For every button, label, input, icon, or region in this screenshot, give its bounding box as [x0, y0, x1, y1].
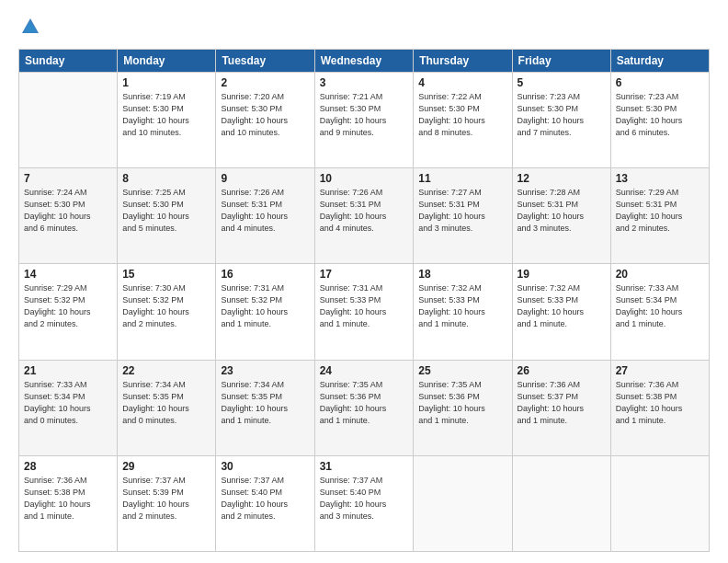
- day-number: 12: [518, 172, 606, 185]
- calendar-week-5: 28Sunrise: 7:36 AM Sunset: 5:38 PM Dayli…: [19, 455, 710, 551]
- day-number: 11: [418, 172, 506, 185]
- day-number: 5: [518, 76, 606, 89]
- day-info: Sunrise: 7:37 AM Sunset: 5:40 PM Dayligh…: [320, 475, 409, 523]
- day-info: Sunrise: 7:32 AM Sunset: 5:33 PM Dayligh…: [518, 282, 606, 330]
- day-info: Sunrise: 7:34 AM Sunset: 5:35 PM Dayligh…: [221, 379, 309, 427]
- day-info: Sunrise: 7:33 AM Sunset: 5:34 PM Dayligh…: [616, 282, 704, 330]
- day-number: 13: [616, 172, 704, 185]
- day-info: Sunrise: 7:27 AM Sunset: 5:31 PM Dayligh…: [418, 187, 506, 235]
- day-info: Sunrise: 7:21 AM Sunset: 5:30 PM Dayligh…: [320, 91, 409, 139]
- calendar-cell: [414, 455, 512, 551]
- day-number: 8: [122, 172, 210, 185]
- calendar-cell: 21Sunrise: 7:33 AM Sunset: 5:34 PM Dayli…: [19, 360, 118, 455]
- calendar-cell: 5Sunrise: 7:23 AM Sunset: 5:30 PM Daylig…: [512, 72, 610, 167]
- day-number: 7: [24, 172, 112, 185]
- calendar-week-2: 7Sunrise: 7:24 AM Sunset: 5:30 PM Daylig…: [19, 168, 710, 264]
- day-info: Sunrise: 7:35 AM Sunset: 5:36 PM Dayligh…: [320, 379, 409, 427]
- calendar-cell: 20Sunrise: 7:33 AM Sunset: 5:34 PM Dayli…: [610, 264, 709, 360]
- day-info: Sunrise: 7:35 AM Sunset: 5:36 PM Dayligh…: [418, 379, 506, 427]
- day-number: 19: [518, 268, 606, 281]
- day-info: Sunrise: 7:25 AM Sunset: 5:30 PM Dayligh…: [122, 187, 210, 235]
- day-info: Sunrise: 7:28 AM Sunset: 5:31 PM Dayligh…: [518, 187, 606, 235]
- calendar-cell: 18Sunrise: 7:32 AM Sunset: 5:33 PM Dayli…: [414, 264, 512, 360]
- calendar-cell: 6Sunrise: 7:23 AM Sunset: 5:30 PM Daylig…: [610, 72, 709, 167]
- calendar-cell: 23Sunrise: 7:34 AM Sunset: 5:35 PM Dayli…: [216, 360, 314, 455]
- calendar-cell: [19, 72, 118, 167]
- logo-icon: [20, 17, 40, 37]
- day-number: 2: [221, 76, 309, 89]
- day-info: Sunrise: 7:23 AM Sunset: 5:30 PM Dayligh…: [518, 91, 606, 139]
- calendar-cell: 16Sunrise: 7:31 AM Sunset: 5:32 PM Dayli…: [216, 264, 314, 360]
- day-number: 24: [320, 364, 409, 377]
- day-info: Sunrise: 7:29 AM Sunset: 5:32 PM Dayligh…: [24, 282, 112, 330]
- calendar-cell: 4Sunrise: 7:22 AM Sunset: 5:30 PM Daylig…: [414, 72, 512, 167]
- calendar-cell: 14Sunrise: 7:29 AM Sunset: 5:32 PM Dayli…: [19, 264, 118, 360]
- day-info: Sunrise: 7:24 AM Sunset: 5:30 PM Dayligh…: [24, 187, 112, 235]
- calendar-cell: 28Sunrise: 7:36 AM Sunset: 5:38 PM Dayli…: [19, 455, 118, 551]
- day-info: Sunrise: 7:30 AM Sunset: 5:32 PM Dayligh…: [122, 282, 210, 330]
- calendar-table: SundayMondayTuesdayWednesdayThursdayFrid…: [18, 49, 710, 552]
- calendar-cell: 11Sunrise: 7:27 AM Sunset: 5:31 PM Dayli…: [414, 168, 512, 264]
- day-number: 26: [518, 364, 606, 377]
- day-info: Sunrise: 7:36 AM Sunset: 5:38 PM Dayligh…: [24, 475, 112, 523]
- page-header: [18, 17, 710, 41]
- calendar-cell: 22Sunrise: 7:34 AM Sunset: 5:35 PM Dayli…: [118, 360, 216, 455]
- day-info: Sunrise: 7:36 AM Sunset: 5:38 PM Dayligh…: [616, 379, 704, 427]
- day-number: 16: [221, 268, 309, 281]
- calendar-cell: 24Sunrise: 7:35 AM Sunset: 5:36 PM Dayli…: [314, 360, 414, 455]
- calendar-cell: [512, 455, 610, 551]
- day-info: Sunrise: 7:31 AM Sunset: 5:32 PM Dayligh…: [221, 282, 309, 330]
- day-info: Sunrise: 7:37 AM Sunset: 5:39 PM Dayligh…: [122, 475, 210, 523]
- weekday-header-row: SundayMondayTuesdayWednesdayThursdayFrid…: [19, 49, 710, 72]
- day-info: Sunrise: 7:23 AM Sunset: 5:30 PM Dayligh…: [616, 91, 704, 139]
- day-info: Sunrise: 7:26 AM Sunset: 5:31 PM Dayligh…: [320, 187, 409, 235]
- day-number: 15: [122, 268, 210, 281]
- day-number: 18: [418, 268, 506, 281]
- calendar-cell: 26Sunrise: 7:36 AM Sunset: 5:37 PM Dayli…: [512, 360, 610, 455]
- calendar-cell: 7Sunrise: 7:24 AM Sunset: 5:30 PM Daylig…: [19, 168, 118, 264]
- day-number: 29: [122, 460, 210, 473]
- calendar-cell: 2Sunrise: 7:20 AM Sunset: 5:30 PM Daylig…: [216, 72, 314, 167]
- weekday-sunday: Sunday: [19, 49, 118, 72]
- calendar-week-4: 21Sunrise: 7:33 AM Sunset: 5:34 PM Dayli…: [19, 360, 710, 455]
- calendar-week-1: 1Sunrise: 7:19 AM Sunset: 5:30 PM Daylig…: [19, 72, 710, 167]
- day-number: 1: [122, 76, 210, 89]
- day-number: 31: [320, 460, 409, 473]
- day-info: Sunrise: 7:22 AM Sunset: 5:30 PM Dayligh…: [418, 91, 506, 139]
- day-number: 14: [24, 268, 112, 281]
- calendar-page: SundayMondayTuesdayWednesdayThursdayFrid…: [0, 0, 728, 563]
- day-number: 6: [616, 76, 704, 89]
- weekday-saturday: Saturday: [610, 49, 709, 72]
- calendar-cell: 17Sunrise: 7:31 AM Sunset: 5:33 PM Dayli…: [314, 264, 414, 360]
- day-number: 22: [122, 364, 210, 377]
- day-number: 28: [24, 460, 112, 473]
- day-info: Sunrise: 7:29 AM Sunset: 5:31 PM Dayligh…: [616, 187, 704, 235]
- calendar-cell: 25Sunrise: 7:35 AM Sunset: 5:36 PM Dayli…: [414, 360, 512, 455]
- calendar-cell: 13Sunrise: 7:29 AM Sunset: 5:31 PM Dayli…: [610, 168, 709, 264]
- calendar-cell: 8Sunrise: 7:25 AM Sunset: 5:30 PM Daylig…: [118, 168, 216, 264]
- calendar-cell: 3Sunrise: 7:21 AM Sunset: 5:30 PM Daylig…: [314, 72, 414, 167]
- day-number: 27: [616, 364, 704, 377]
- calendar-cell: 1Sunrise: 7:19 AM Sunset: 5:30 PM Daylig…: [118, 72, 216, 167]
- calendar-body: 1Sunrise: 7:19 AM Sunset: 5:30 PM Daylig…: [19, 72, 710, 551]
- calendar-cell: 31Sunrise: 7:37 AM Sunset: 5:40 PM Dayli…: [314, 455, 414, 551]
- day-info: Sunrise: 7:19 AM Sunset: 5:30 PM Dayligh…: [122, 91, 210, 139]
- calendar-week-3: 14Sunrise: 7:29 AM Sunset: 5:32 PM Dayli…: [19, 264, 710, 360]
- day-number: 10: [320, 172, 409, 185]
- day-number: 20: [616, 268, 704, 281]
- calendar-cell: [610, 455, 709, 551]
- day-info: Sunrise: 7:20 AM Sunset: 5:30 PM Dayligh…: [221, 91, 309, 139]
- calendar-cell: 27Sunrise: 7:36 AM Sunset: 5:38 PM Dayli…: [610, 360, 709, 455]
- day-number: 3: [320, 76, 409, 89]
- day-number: 30: [221, 460, 309, 473]
- day-number: 23: [221, 364, 309, 377]
- day-info: Sunrise: 7:33 AM Sunset: 5:34 PM Dayligh…: [24, 379, 112, 427]
- calendar-cell: 30Sunrise: 7:37 AM Sunset: 5:40 PM Dayli…: [216, 455, 314, 551]
- weekday-monday: Monday: [118, 49, 216, 72]
- weekday-tuesday: Tuesday: [216, 49, 314, 72]
- calendar-cell: 10Sunrise: 7:26 AM Sunset: 5:31 PM Dayli…: [314, 168, 414, 264]
- day-number: 21: [24, 364, 112, 377]
- logo: [18, 17, 40, 41]
- calendar-cell: 12Sunrise: 7:28 AM Sunset: 5:31 PM Dayli…: [512, 168, 610, 264]
- weekday-wednesday: Wednesday: [314, 49, 414, 72]
